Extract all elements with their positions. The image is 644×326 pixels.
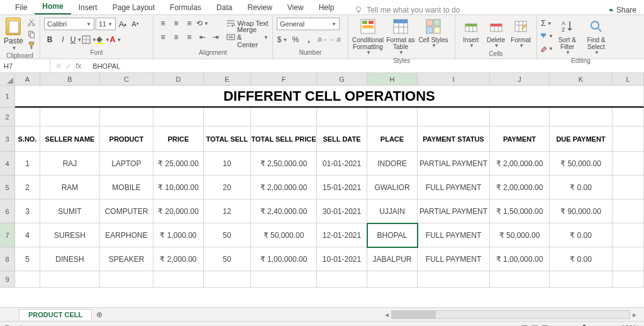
cell[interactable] [490,271,550,288]
cell[interactable]: PLACE [367,126,418,152]
title-cell[interactable]: DIFFERENT CELL OPERATIONS [15,86,644,108]
cell[interactable]: GWALIOR [367,176,418,200]
cell[interactable]: 4 [15,223,40,247]
fill-button[interactable]: ▼ [541,30,552,42]
cell[interactable] [490,108,550,126]
cell[interactable] [100,271,153,288]
cell[interactable] [40,271,100,288]
fx-icon[interactable]: fx [75,62,81,70]
font-size-select[interactable]: 11▼ [96,18,116,30]
cell[interactable]: ₹ 1,00,000.00 [251,247,317,271]
cell[interactable] [613,247,644,271]
column-header[interactable]: G [317,73,367,86]
tab-page-layout[interactable]: Page Layout [105,1,162,14]
cell[interactable]: EARPHONE [100,223,153,247]
currency-button[interactable]: $▼ [277,34,288,45]
row-header[interactable]: 8 [0,247,15,271]
row-header[interactable]: 3 [0,126,15,152]
clear-button[interactable]: ▼ [541,43,552,54]
sort-filter-button[interactable]: AZSort & Filter▼ [553,18,581,56]
cell[interactable]: S.NO. [15,126,40,152]
increase-decimal-button[interactable]: .0→ [316,34,328,45]
cell[interactable]: ₹ 25,000.00 [153,152,204,176]
copy-button[interactable] [26,29,37,39]
cell[interactable]: INDORE [367,152,418,176]
cell[interactable]: ₹ 90,000.00 [550,200,613,223]
align-left-button[interactable]: ≡ [157,31,169,43]
cell[interactable]: ₹ 2,00,000.00 [490,152,550,176]
row-header[interactable]: 2 [0,108,15,126]
cell[interactable]: 12-01-2021 [317,223,367,247]
find-select-button[interactable]: Find & Select▼ [582,18,610,56]
comma-button[interactable]: , [303,34,314,45]
cell[interactable]: 50 [204,223,251,247]
row-header[interactable]: 7 [0,223,15,247]
cell[interactable]: ₹ 2,40,000.00 [251,200,317,223]
column-header[interactable]: L [613,73,644,86]
decrease-decimal-button[interactable]: ←.0 [330,34,341,45]
cell[interactable]: SURESH [40,223,100,247]
cell[interactable]: DUE PAYMENT [550,126,613,152]
cell[interactable]: ₹ 50,000.00 [550,152,613,176]
align-right-button[interactable]: ≡ [184,31,195,43]
cell[interactable] [613,271,644,288]
cell[interactable]: UJJAIN [367,200,418,223]
cell[interactable]: ₹ 1,00,000.00 [490,247,550,271]
cell[interactable]: ₹ 50,000.00 [490,223,550,247]
number-format-select[interactable]: General▼ [277,18,340,30]
cell[interactable]: PARTIAL PAYMENT [418,200,490,223]
tab-help[interactable]: Help [311,1,342,14]
tab-view[interactable]: View [280,1,311,14]
row-header[interactable]: 1 [0,86,15,108]
orientation-button[interactable]: ⟲▼ [197,18,208,29]
cell[interactable] [613,126,644,152]
cell[interactable] [153,271,204,288]
align-middle-button[interactable]: ≡ [170,18,182,29]
cell-styles-button[interactable]: Cell Styles▼ [418,18,449,49]
cell[interactable]: ₹ 50,000.00 [251,223,317,247]
column-header[interactable]: D [153,73,204,86]
cell[interactable]: 01-01-2021 [317,152,367,176]
merge-center-button[interactable]: Merge & Center▼ [226,31,269,43]
cell[interactable]: 2 [15,176,40,200]
decrease-indent-button[interactable]: ⇤ [197,31,208,43]
view-page-button[interactable]: ▤ [531,323,538,326]
tab-file[interactable]: File [8,1,35,14]
tab-home[interactable]: Home [35,0,70,14]
cell[interactable] [15,108,40,126]
column-header[interactable]: B [40,73,100,86]
name-box[interactable]: H7 [0,59,50,72]
cell[interactable]: FULL PAYMENT [418,247,490,271]
cell[interactable]: FULL PAYMENT [418,223,490,247]
zoom-in-button[interactable]: + [613,324,617,327]
cell[interactable]: PAYMENT [490,126,550,152]
align-top-button[interactable]: ≡ [157,18,169,29]
cell[interactable]: 30-01-2021 [317,200,367,223]
column-header[interactable]: I [418,73,490,86]
cell[interactable] [204,271,251,288]
cell[interactable]: SUMIT [40,200,100,223]
column-header[interactable]: H [367,73,418,86]
cell[interactable]: 10-01-2021 [317,247,367,271]
cell[interactable]: ₹ 10,000.00 [153,176,204,200]
cell[interactable]: SELLER NAME [40,126,100,152]
cell[interactable] [100,108,153,126]
cell[interactable]: PRICE [153,126,204,152]
column-header[interactable]: A [15,73,40,86]
cell[interactable] [251,108,317,126]
cell[interactable] [550,108,613,126]
cell[interactable]: RAM [40,176,100,200]
font-color-button[interactable]: A▼ [110,34,121,45]
cell[interactable]: PRODUCT [100,126,153,152]
cell[interactable]: ₹ 0.00 [550,247,613,271]
increase-font-button[interactable]: A▴ [117,18,128,30]
share-button[interactable]: Share [605,6,636,14]
align-center-button[interactable]: ≡ [170,31,182,43]
horizontal-scrollbar[interactable]: ◂ ▸ [106,310,644,319]
cell[interactable] [418,271,490,288]
cell[interactable] [204,108,251,126]
cell[interactable] [613,152,644,176]
cell[interactable]: ₹ 2,50,000.00 [251,152,317,176]
borders-button[interactable]: ▼ [84,34,95,45]
cell[interactable]: COMPUTER [100,200,153,223]
